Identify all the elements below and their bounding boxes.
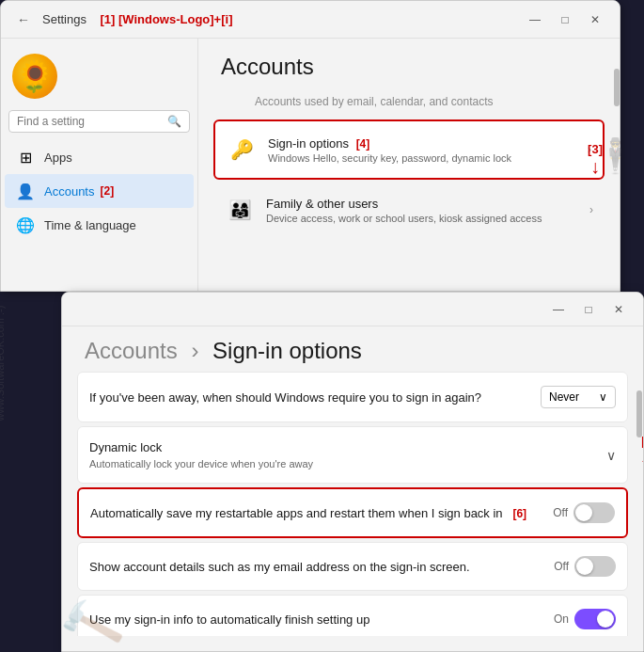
close-button[interactable]: ✕ [582, 8, 608, 31]
time-icon: 🌐 [16, 215, 35, 234]
window-body: 🌻 🔍 ⊞ Apps 👤 Accounts [2] � [1, 39, 620, 291]
family-users-desc: Device access, work or school users, kio… [266, 213, 589, 224]
avatar-flower-icon: 🌻 [16, 58, 54, 94]
show-account-details-control[interactable]: Off [554, 556, 616, 577]
search-icon: 🔍 [167, 115, 181, 128]
sidebar-item-time[interactable]: 🌐 Time & language [5, 208, 194, 242]
restartable-apps-control[interactable]: Off [553, 502, 615, 523]
bottom-settings-window: — □ ✕ Accounts › Sign-in options If you'… [61, 292, 644, 652]
require-signin-control[interactable]: Never ∨ [541, 386, 616, 408]
bottom-titlebar: — □ ✕ [62, 293, 643, 326]
titlebar-title: Settings [1] [Windows-Logo]+[i] [42, 12, 522, 26]
bottom-scrollbar-track[interactable] [636, 372, 643, 636]
dropdown-value: Never [549, 390, 579, 404]
sign-in-options-desc: Windows Hello, security key, password, d… [268, 152, 588, 164]
annotation-4-inline: [4] [356, 137, 370, 151]
avatar: 🌻 [12, 54, 57, 99]
toggle-knob-3 [597, 611, 614, 628]
use-signin-info-row: Use my sign-in info to automatically fin… [89, 609, 616, 629]
toggle-knob-2 [576, 558, 593, 575]
maximize-button[interactable]: □ [552, 8, 578, 31]
annotation-3-label: [3] ↓ [588, 142, 603, 178]
require-signin-item: If you've been away, when should Windows… [77, 372, 628, 422]
bottom-close-button[interactable]: ✕ [605, 298, 632, 321]
breadcrumb-current: Sign-in options [212, 338, 362, 363]
shortcut-label: [1] [Windows-Logo]+[i] [100, 12, 232, 26]
breadcrumb-arrow: › [191, 338, 198, 363]
never-dropdown[interactable]: Never ∨ [541, 386, 616, 408]
settings-list: Accounts used by email, calendar, and co… [198, 91, 620, 238]
family-users-title: Family & other users [266, 197, 589, 211]
sign-in-options-item[interactable]: 🔑 Sign-in options [4] Windows Hello, sec… [213, 119, 605, 180]
key-icon: 🔑 [227, 135, 257, 165]
sidebar-item-accounts-label: Accounts [44, 184, 94, 199]
restartable-toggle-label: Off [553, 506, 568, 519]
dynamic-lock-title: Dynamic lock [89, 440, 606, 454]
expand-chevron-icon[interactable]: ∨ [606, 448, 616, 463]
annotation-2-label: [2] [100, 184, 114, 198]
chevron-right-icon-2: › [589, 203, 593, 216]
show-account-details-title: Show account details such as my email ad… [89, 560, 554, 574]
use-signin-toggle-label: On [554, 612, 569, 626]
bottom-page-title: Accounts › Sign-in options [62, 326, 643, 372]
dynamic-lock-item: Dynamic lock Automatically lock your dev… [77, 426, 628, 484]
family-users-text: Family & other users Device access, work… [266, 197, 589, 224]
accounts-used-desc: Accounts used by email, calendar, and co… [255, 95, 493, 108]
accounts-used-item: Accounts used by email, calendar, and co… [213, 91, 605, 118]
bottom-maximize-button[interactable]: □ [575, 298, 602, 321]
restartable-apps-row: Automatically save my restartable apps a… [90, 502, 615, 523]
search-box[interactable]: 🔍 [8, 110, 190, 133]
search-input[interactable] [17, 115, 167, 128]
show-account-toggle-label: Off [554, 560, 569, 573]
sidebar-item-time-label: Time & language [44, 218, 136, 232]
window-controls: — □ ✕ [522, 8, 608, 31]
use-signin-info-title: Use my sign-in info to automatically fin… [89, 612, 554, 627]
restartable-apps-item: Automatically save my restartable apps a… [77, 487, 628, 538]
sidebar: 🌻 🔍 ⊞ Apps 👤 Accounts [2] � [1, 39, 198, 291]
sidebar-item-accounts[interactable]: 👤 Accounts [2] [5, 174, 194, 208]
dynamic-lock-desc: Automatically lock your device when you'… [89, 458, 606, 469]
top-settings-window: ← Settings [1] [Windows-Logo]+[i] — □ ✕ … [0, 0, 620, 292]
sidebar-item-apps-label: Apps [44, 151, 72, 165]
bottom-scrollbar-thumb[interactable] [636, 390, 642, 437]
toggle-knob [575, 504, 592, 521]
watermark-text: www.SoftwareOK.com :-) [0, 306, 6, 421]
breadcrumb-parent: Accounts [85, 338, 178, 363]
bottom-minimize-button[interactable]: — [545, 298, 572, 321]
arrow-3-icon: ↓ [588, 156, 603, 178]
show-account-details-toggle[interactable] [574, 556, 616, 577]
scrollbar-thumb[interactable] [614, 69, 620, 106]
top-titlebar: ← Settings [1] [Windows-Logo]+[i] — □ ✕ [1, 1, 620, 39]
back-button[interactable]: ← [12, 8, 35, 31]
sidebar-item-apps[interactable]: ⊞ Apps [5, 140, 194, 174]
require-signin-title: If you've been away, when should Windows… [89, 390, 541, 405]
show-account-details-item: Show account details such as my email ad… [77, 542, 628, 591]
bottom-window-controls: — □ ✕ [545, 298, 632, 321]
dropdown-chevron-icon: ∨ [599, 390, 607, 404]
show-account-details-row: Show account details such as my email ad… [89, 556, 616, 577]
page-title: Accounts [198, 39, 620, 91]
use-signin-info-toggle[interactable] [574, 609, 616, 629]
sign-in-options-text: Sign-in options [4] Windows Hello, secur… [268, 136, 588, 164]
require-signin-row: If you've been away, when should Windows… [89, 386, 616, 408]
scrollbar-track[interactable] [612, 39, 620, 291]
family-icon: 👨‍👩‍👧 [225, 195, 255, 225]
use-signin-info-item: Use my sign-in info to automatically fin… [77, 595, 628, 636]
main-content: Accounts Accounts used by email, calenda… [198, 39, 620, 291]
sign-in-options-title: Sign-in options [4] [268, 136, 588, 151]
restartable-apps-title: Automatically save my restartable apps a… [90, 506, 553, 520]
accounts-icon: 👤 [16, 182, 35, 200]
restartable-apps-toggle[interactable] [573, 502, 615, 523]
apps-icon: ⊞ [16, 148, 35, 167]
dynamic-lock-text: Dynamic lock Automatically lock your dev… [89, 440, 606, 469]
use-signin-info-control[interactable]: On [554, 609, 616, 629]
annotation-6-label: [6] [512, 507, 526, 520]
dynamic-lock-row: Dynamic lock Automatically lock your dev… [89, 440, 616, 469]
minimize-button[interactable]: — [522, 8, 548, 31]
family-users-item[interactable]: 👨‍👩‍👧 Family & other users Device access… [213, 182, 605, 238]
bottom-settings-content: If you've been away, when should Windows… [62, 372, 643, 636]
